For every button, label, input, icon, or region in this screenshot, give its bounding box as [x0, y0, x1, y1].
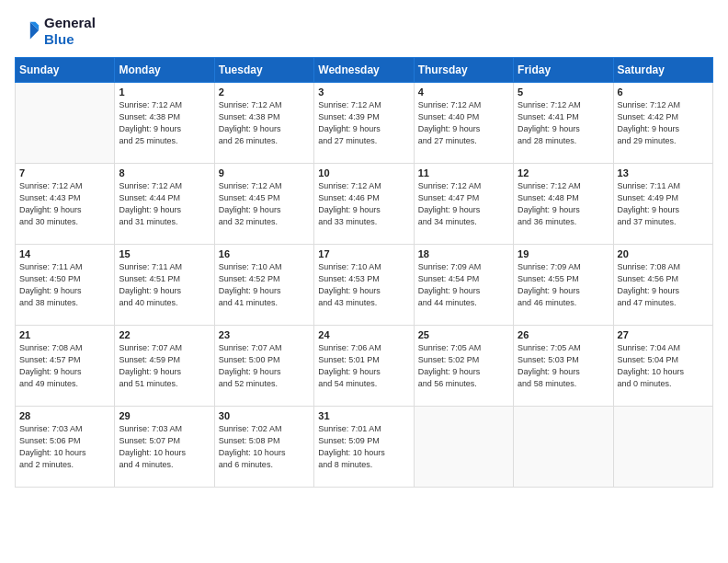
day-number: 15	[119, 248, 210, 259]
cell-info: Sunrise: 7:01 AMSunset: 5:09 PMDaylight:…	[318, 423, 409, 471]
calendar-cell: 18Sunrise: 7:09 AMSunset: 4:54 PMDayligh…	[414, 245, 513, 326]
week-row-4: 28Sunrise: 7:03 AMSunset: 5:06 PMDayligh…	[16, 407, 713, 488]
cell-info: Sunrise: 7:12 AMSunset: 4:44 PMDaylight:…	[119, 180, 210, 228]
calendar-cell: 26Sunrise: 7:05 AMSunset: 5:03 PMDayligh…	[514, 326, 613, 407]
calendar-cell: 2Sunrise: 7:12 AMSunset: 4:38 PMDaylight…	[214, 83, 313, 164]
calendar-header-row: SundayMondayTuesdayWednesdayThursdayFrid…	[16, 58, 713, 83]
calendar-cell: 13Sunrise: 7:11 AMSunset: 4:49 PMDayligh…	[613, 164, 712, 245]
calendar-table: SundayMondayTuesdayWednesdayThursdayFrid…	[15, 57, 713, 488]
calendar-body: 1Sunrise: 7:12 AMSunset: 4:38 PMDaylight…	[16, 83, 713, 488]
calendar-cell: 19Sunrise: 7:09 AMSunset: 4:55 PMDayligh…	[514, 245, 613, 326]
logo: General Blue	[15, 15, 96, 48]
cell-info: Sunrise: 7:12 AMSunset: 4:45 PMDaylight:…	[219, 180, 310, 228]
week-row-2: 14Sunrise: 7:11 AMSunset: 4:50 PMDayligh…	[16, 245, 713, 326]
calendar-cell: 30Sunrise: 7:02 AMSunset: 5:08 PMDayligh…	[214, 407, 313, 488]
calendar-cell: 7Sunrise: 7:12 AMSunset: 4:43 PMDaylight…	[16, 164, 115, 245]
calendar-cell	[613, 407, 712, 488]
day-number: 2	[219, 86, 310, 98]
calendar-cell: 1Sunrise: 7:12 AMSunset: 4:38 PMDaylight…	[115, 83, 214, 164]
calendar-cell: 9Sunrise: 7:12 AMSunset: 4:45 PMDaylight…	[214, 164, 313, 245]
calendar-cell: 10Sunrise: 7:12 AMSunset: 4:46 PMDayligh…	[314, 164, 414, 245]
cell-info: Sunrise: 7:02 AMSunset: 5:08 PMDaylight:…	[219, 423, 310, 471]
header: General Blue	[15, 15, 713, 48]
day-number: 18	[418, 248, 509, 259]
day-number: 9	[219, 167, 310, 178]
calendar-cell: 11Sunrise: 7:12 AMSunset: 4:47 PMDayligh…	[414, 164, 513, 245]
day-number: 31	[318, 410, 409, 421]
day-number: 30	[219, 410, 310, 421]
day-number: 6	[618, 86, 709, 98]
calendar-cell: 29Sunrise: 7:03 AMSunset: 5:07 PMDayligh…	[115, 407, 214, 488]
cell-info: Sunrise: 7:12 AMSunset: 4:42 PMDaylight:…	[618, 99, 709, 147]
day-number: 11	[418, 167, 509, 178]
cell-info: Sunrise: 7:05 AMSunset: 5:03 PMDaylight:…	[518, 342, 609, 390]
calendar-cell: 24Sunrise: 7:06 AMSunset: 5:01 PMDayligh…	[314, 326, 414, 407]
day-number: 5	[518, 86, 609, 98]
day-number: 4	[418, 86, 509, 98]
cell-info: Sunrise: 7:08 AMSunset: 4:57 PMDaylight:…	[19, 342, 110, 390]
day-number: 8	[119, 167, 210, 178]
day-number: 13	[618, 167, 709, 178]
cell-info: Sunrise: 7:03 AMSunset: 5:07 PMDaylight:…	[119, 423, 210, 471]
cell-info: Sunrise: 7:11 AMSunset: 4:49 PMDaylight:…	[618, 180, 709, 228]
calendar-cell: 22Sunrise: 7:07 AMSunset: 4:59 PMDayligh…	[115, 326, 214, 407]
header-day-tuesday: Tuesday	[214, 58, 313, 83]
day-number: 29	[119, 410, 210, 421]
logo-text: General Blue	[44, 15, 96, 48]
cell-info: Sunrise: 7:11 AMSunset: 4:51 PMDaylight:…	[119, 261, 210, 309]
calendar-cell: 17Sunrise: 7:10 AMSunset: 4:53 PMDayligh…	[314, 245, 414, 326]
day-number: 1	[119, 86, 210, 98]
header-day-sunday: Sunday	[16, 58, 115, 83]
cell-info: Sunrise: 7:06 AMSunset: 5:01 PMDaylight:…	[318, 342, 409, 390]
day-number: 22	[119, 329, 210, 340]
day-number: 17	[318, 248, 409, 259]
day-number: 25	[418, 329, 509, 340]
day-number: 21	[19, 329, 110, 340]
calendar-cell	[514, 407, 613, 488]
header-day-thursday: Thursday	[414, 58, 513, 83]
calendar-cell: 25Sunrise: 7:05 AMSunset: 5:02 PMDayligh…	[414, 326, 513, 407]
calendar-cell: 5Sunrise: 7:12 AMSunset: 4:41 PMDaylight…	[514, 83, 613, 164]
week-row-3: 21Sunrise: 7:08 AMSunset: 4:57 PMDayligh…	[16, 326, 713, 407]
calendar-cell: 21Sunrise: 7:08 AMSunset: 4:57 PMDayligh…	[16, 326, 115, 407]
day-number: 3	[318, 86, 409, 98]
cell-info: Sunrise: 7:09 AMSunset: 4:54 PMDaylight:…	[418, 261, 509, 309]
day-number: 24	[318, 329, 409, 340]
day-number: 28	[19, 410, 110, 421]
calendar-cell	[16, 83, 115, 164]
cell-info: Sunrise: 7:04 AMSunset: 5:04 PMDaylight:…	[618, 342, 709, 390]
cell-info: Sunrise: 7:12 AMSunset: 4:40 PMDaylight:…	[418, 99, 509, 147]
calendar-cell	[414, 407, 513, 488]
page: General Blue SundayMondayTuesdayWednesda…	[0, 0, 728, 563]
calendar-cell: 8Sunrise: 7:12 AMSunset: 4:44 PMDaylight…	[115, 164, 214, 245]
calendar-cell: 6Sunrise: 7:12 AMSunset: 4:42 PMDaylight…	[613, 83, 712, 164]
calendar-cell: 4Sunrise: 7:12 AMSunset: 4:40 PMDaylight…	[414, 83, 513, 164]
calendar-cell: 12Sunrise: 7:12 AMSunset: 4:48 PMDayligh…	[514, 164, 613, 245]
day-number: 27	[618, 329, 709, 340]
day-number: 14	[19, 248, 110, 259]
cell-info: Sunrise: 7:11 AMSunset: 4:50 PMDaylight:…	[19, 261, 110, 309]
cell-info: Sunrise: 7:10 AMSunset: 4:52 PMDaylight:…	[219, 261, 310, 309]
week-row-0: 1Sunrise: 7:12 AMSunset: 4:38 PMDaylight…	[16, 83, 713, 164]
cell-info: Sunrise: 7:07 AMSunset: 4:59 PMDaylight:…	[119, 342, 210, 390]
day-number: 12	[518, 167, 609, 178]
calendar-cell: 28Sunrise: 7:03 AMSunset: 5:06 PMDayligh…	[16, 407, 115, 488]
day-number: 26	[518, 329, 609, 340]
calendar-cell: 16Sunrise: 7:10 AMSunset: 4:52 PMDayligh…	[214, 245, 313, 326]
cell-info: Sunrise: 7:12 AMSunset: 4:48 PMDaylight:…	[518, 180, 609, 228]
header-day-monday: Monday	[115, 58, 214, 83]
calendar-cell: 3Sunrise: 7:12 AMSunset: 4:39 PMDaylight…	[314, 83, 414, 164]
logo-icon	[15, 18, 40, 44]
cell-info: Sunrise: 7:12 AMSunset: 4:39 PMDaylight:…	[318, 99, 409, 147]
calendar-cell: 20Sunrise: 7:08 AMSunset: 4:56 PMDayligh…	[613, 245, 712, 326]
cell-info: Sunrise: 7:09 AMSunset: 4:55 PMDaylight:…	[518, 261, 609, 309]
cell-info: Sunrise: 7:07 AMSunset: 5:00 PMDaylight:…	[219, 342, 310, 390]
day-number: 19	[518, 248, 609, 259]
calendar-cell: 27Sunrise: 7:04 AMSunset: 5:04 PMDayligh…	[613, 326, 712, 407]
cell-info: Sunrise: 7:03 AMSunset: 5:06 PMDaylight:…	[19, 423, 110, 471]
cell-info: Sunrise: 7:10 AMSunset: 4:53 PMDaylight:…	[318, 261, 409, 309]
header-day-friday: Friday	[514, 58, 613, 83]
week-row-1: 7Sunrise: 7:12 AMSunset: 4:43 PMDaylight…	[16, 164, 713, 245]
cell-info: Sunrise: 7:12 AMSunset: 4:41 PMDaylight:…	[518, 99, 609, 147]
header-day-saturday: Saturday	[613, 58, 712, 83]
